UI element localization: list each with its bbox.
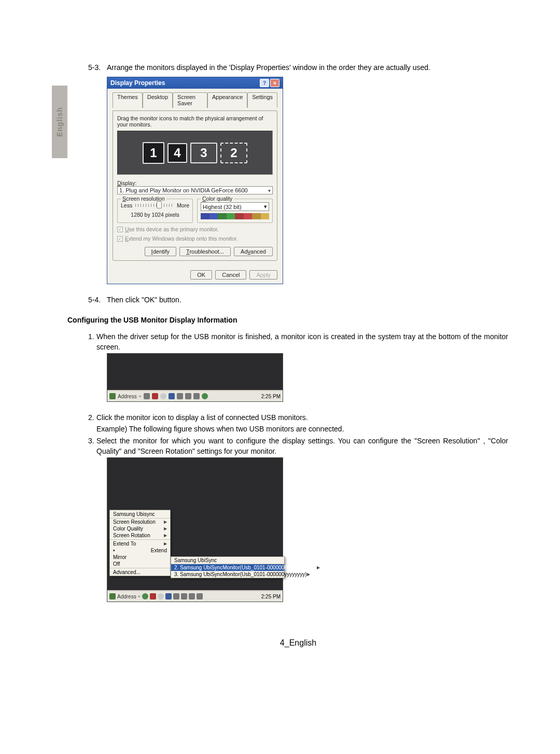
checkbox-icon: ✓ xyxy=(117,236,123,242)
tray-icon[interactable] xyxy=(142,593,148,599)
close-button[interactable]: × xyxy=(270,79,279,87)
address-label: Address xyxy=(118,394,137,399)
tab-themes[interactable]: Themes xyxy=(113,92,143,108)
tray-icon[interactable] xyxy=(202,393,208,399)
tab-strip: Themes Desktop Screen Saver Appearance S… xyxy=(113,92,277,107)
tray-icon[interactable] xyxy=(181,593,187,599)
clock-icon[interactable] xyxy=(160,393,166,399)
page-footer: 4_English xyxy=(88,638,508,648)
list-text-1: When the driver setup for the USB monito… xyxy=(96,331,508,353)
taskbar[interactable]: Address « 2:25 PM xyxy=(107,590,283,602)
monitor-2-icon[interactable]: 2 xyxy=(220,143,247,163)
clock-text[interactable]: 2:25 PM xyxy=(261,594,281,599)
list-text-2: Click the monitor icon to display a list… xyxy=(96,412,508,423)
window-titlebar[interactable]: Display Properties ? × xyxy=(107,77,283,89)
color-quality-dropdown[interactable]: Highest (32 bit) ▾ xyxy=(201,202,269,211)
menu-extend-to[interactable]: Extend To▶ xyxy=(110,540,170,547)
slider-more-label: More xyxy=(177,202,189,208)
tab-screen-saver[interactable]: Screen Saver xyxy=(173,92,207,108)
resolution-value: 1280 by 1024 pixels xyxy=(121,212,189,218)
window-title: Display Properties xyxy=(110,79,165,87)
menu-screen-rotation[interactable]: Screen Rotation▶ xyxy=(110,532,170,539)
slider-thumb[interactable] xyxy=(157,201,162,208)
tray-icon[interactable] xyxy=(152,393,158,399)
system-tray-figure: Address « 2:25 PM xyxy=(107,353,283,402)
display-dropdown-value: 1. Plug and Play Monitor on NVIDIA GeFor… xyxy=(119,187,248,193)
list-number-1: 1. xyxy=(88,331,96,353)
start-icon[interactable] xyxy=(109,593,116,599)
language-side-tab: English xyxy=(52,86,67,158)
tray-expand-icon[interactable]: « xyxy=(138,594,141,599)
tray-icon[interactable] xyxy=(193,393,200,399)
tray-icon[interactable] xyxy=(197,593,203,599)
tray-expand-icon[interactable]: « xyxy=(139,394,142,399)
menu-extend[interactable]: Extend xyxy=(110,547,170,554)
clock-text[interactable]: 2:25 PM xyxy=(261,394,281,399)
tray-icon[interactable] xyxy=(173,593,179,599)
primary-monitor-checkbox-row[interactable]: ✓ Use this device as the primary monitor… xyxy=(117,226,273,232)
tray-icon[interactable] xyxy=(185,393,191,399)
extend-desktop-label: Extend my Windows desktop onto this moni… xyxy=(125,235,238,242)
tab-appearance[interactable]: Appearance xyxy=(207,92,247,108)
start-icon[interactable] xyxy=(109,393,116,399)
tab-desktop[interactable]: Desktop xyxy=(143,92,173,108)
submenu-arrow-icon: ▶ xyxy=(164,533,167,538)
tray-icon[interactable] xyxy=(144,393,150,399)
display-dropdown[interactable]: 1. Plug and Play Monitor on NVIDIA GeFor… xyxy=(117,186,273,194)
color-quality-value: Highest (32 bit) xyxy=(203,204,242,210)
menu-screen-resolution[interactable]: Screen Resolution▶ xyxy=(110,519,170,525)
tray-icon[interactable] xyxy=(189,593,195,599)
tab-settings[interactable]: Settings xyxy=(247,92,277,108)
display-properties-window: Display Properties ? × Themes Desktop Sc… xyxy=(107,77,283,284)
step-number-5-3: 5-3. xyxy=(88,62,107,73)
color-quality-group: Color quality Highest (32 bit) ▾ xyxy=(197,199,273,223)
cancel-button[interactable]: Cancel xyxy=(215,270,246,280)
menu-color-quality[interactable]: Color Quality▶ xyxy=(110,525,170,532)
ubisync-context-menu[interactable]: Samsung Ubisync Screen Resolution▶ Color… xyxy=(109,510,171,576)
menu-title: Samsung Ubisync xyxy=(110,510,170,519)
menu-mirror[interactable]: Mirror xyxy=(110,554,170,561)
help-button[interactable]: ? xyxy=(260,79,269,87)
monitor-3-icon[interactable]: 3 xyxy=(190,143,217,163)
submenu-arrow-icon: ▶ xyxy=(317,565,320,570)
clock-icon[interactable] xyxy=(158,593,164,599)
address-label: Address xyxy=(117,594,136,599)
menu-off[interactable]: Off xyxy=(110,561,170,567)
submenu-arrow-icon: ▶ xyxy=(164,520,167,524)
resolution-slider[interactable] xyxy=(135,204,174,207)
monitor-4-icon[interactable]: 4 xyxy=(167,143,187,163)
chevron-down-icon: ▾ xyxy=(268,188,271,193)
screen-resolution-group: Screen resolution Less More 1280 by 1024… xyxy=(117,199,193,223)
list-number-2: 2. xyxy=(88,412,96,423)
step-text-5-3: Arrange the monitors displayed in the 'D… xyxy=(107,62,508,73)
section-heading: Configuring the USB Monitor Display Info… xyxy=(67,316,508,324)
taskbar[interactable]: Address « 2:25 PM xyxy=(107,390,283,401)
extend-desktop-checkbox-row[interactable]: ✓ Extend my Windows desktop onto this mo… xyxy=(117,235,273,242)
list-text-3: Select the monitor for which you want to… xyxy=(96,436,508,457)
ok-button[interactable]: OK xyxy=(190,270,212,280)
advanced-button[interactable]: Advanced xyxy=(234,247,273,256)
list-number-3: 3. xyxy=(88,436,96,457)
tray-icon[interactable] xyxy=(150,593,156,599)
tray-icon[interactable] xyxy=(169,393,175,399)
display-label: Display: xyxy=(117,180,273,186)
chevron-down-icon: ▾ xyxy=(264,203,267,210)
troubleshoot-button[interactable]: Troubleshoot... xyxy=(179,247,231,256)
slider-less-label: Less xyxy=(121,202,132,208)
submenu-arrow-icon: ▶ xyxy=(164,541,167,546)
language-label: English xyxy=(55,107,64,137)
monitor-list-submenu[interactable]: Samsung UbiSync 2. Samsung UbiSyncMonito… xyxy=(171,556,285,578)
monitor-1-icon[interactable]: 1 xyxy=(143,142,164,164)
menu-advanced[interactable]: Advanced... xyxy=(110,569,170,576)
identify-button[interactable]: Identify xyxy=(145,247,176,256)
drag-hint-text: Drag the monitor icons to match the phys… xyxy=(117,115,273,128)
step-text-5-4: Then click "OK" button. xyxy=(107,295,508,305)
context-menu-figure: Samsung Ubisync Screen Resolution▶ Color… xyxy=(107,457,283,602)
tray-icon[interactable] xyxy=(165,593,172,599)
tray-icon[interactable] xyxy=(177,393,183,399)
submenu-monitor-2[interactable]: 2. Samsung UbiSyncMonitor(Usb_0101-00000… xyxy=(171,564,284,571)
monitor-arrangement-area[interactable]: 1 4 3 2 xyxy=(117,131,273,175)
color-strip xyxy=(201,213,269,219)
apply-button[interactable]: Apply xyxy=(249,270,277,280)
submenu-monitor-3[interactable]: 3. Samsung UbiSyncMonitor(Usb_0101-00000… xyxy=(171,571,284,578)
